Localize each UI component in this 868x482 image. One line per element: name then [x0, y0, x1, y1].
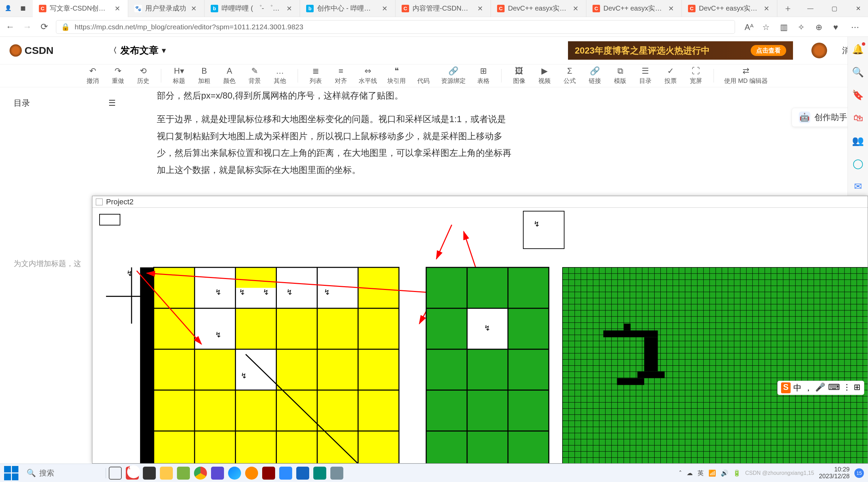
- chrome-icon[interactable]: [194, 467, 207, 480]
- assistant-widget[interactable]: 🤖 创作助手: [792, 108, 854, 127]
- toolbar-button[interactable]: 🔗资源绑定: [441, 67, 466, 85]
- toolbar-button[interactable]: ✓投票: [663, 67, 678, 85]
- menu-icon[interactable]: ⋯: [851, 23, 860, 31]
- app-icon[interactable]: 1: [126, 467, 139, 480]
- profile-icon[interactable]: 👤: [5, 5, 12, 12]
- explorer-icon[interactable]: [160, 467, 173, 480]
- browser-tab[interactable]: C写文章-CSDN创作中✕: [33, 0, 128, 17]
- app-icon[interactable]: [313, 467, 326, 480]
- tag-icon[interactable]: 🔖: [852, 89, 864, 101]
- close-tab-icon[interactable]: ✕: [285, 4, 294, 13]
- app-icon[interactable]: [143, 467, 156, 480]
- browser-tab[interactable]: CDevC++ easyx实现地✕: [682, 0, 777, 17]
- extensions-icon[interactable]: ✧: [798, 23, 807, 31]
- browser-tab[interactable]: 🐾用户登录成功✕: [128, 0, 205, 17]
- toolbar-button[interactable]: ⇄使用 MD 编辑器: [724, 67, 768, 85]
- close-tab-icon[interactable]: ✕: [762, 4, 771, 13]
- user-avatar[interactable]: [811, 43, 827, 58]
- project-titlebar[interactable]: Project2: [92, 196, 868, 208]
- shopping-icon[interactable]: 🛍: [853, 112, 863, 123]
- toolbar-button[interactable]: ⧉模版: [613, 67, 628, 85]
- ime-item[interactable]: ⊞: [854, 382, 860, 393]
- toolbar-button[interactable]: B加粗: [197, 67, 212, 85]
- csdn-logo[interactable]: CSDN: [10, 44, 54, 57]
- browser-tab[interactable]: b创作中心 - 哔哩哔哩✕: [300, 0, 395, 17]
- wifi-icon[interactable]: 📶: [708, 469, 716, 477]
- devcpp-icon[interactable]: [296, 467, 309, 480]
- ime-item[interactable]: S: [781, 382, 791, 393]
- ime-item[interactable]: ⌨: [828, 382, 840, 393]
- new-tab-button[interactable]: ＋: [777, 2, 798, 14]
- start-button[interactable]: [4, 466, 18, 480]
- app-icon[interactable]: ⊕: [815, 23, 824, 31]
- zoom-icon[interactable]: [279, 467, 292, 480]
- ime-item[interactable]: ⋮: [843, 382, 851, 393]
- edge-icon[interactable]: [228, 467, 241, 480]
- close-window-button[interactable]: ✕: [846, 0, 868, 17]
- publish-dropdown[interactable]: 〈 发布文章 ▾: [109, 44, 166, 57]
- office-icon[interactable]: ◯: [853, 158, 863, 169]
- volume-icon[interactable]: 🔊: [721, 469, 728, 477]
- reader-icon[interactable]: Aᴬ: [745, 23, 753, 31]
- app-icon[interactable]: [211, 467, 224, 480]
- bell-icon[interactable]: 🔔: [852, 44, 864, 55]
- close-tab-icon[interactable]: ✕: [571, 4, 580, 13]
- ime-item[interactable]: ，: [804, 382, 812, 393]
- sync-icon[interactable]: ♥: [833, 23, 842, 31]
- notifications-icon[interactable]: 15: [854, 468, 864, 478]
- toolbar-button[interactable]: A颜色: [222, 67, 237, 85]
- collections-icon[interactable]: ▥: [780, 23, 789, 31]
- toolbar-button[interactable]: ❝块引用: [387, 67, 406, 85]
- outlook-icon[interactable]: ✉: [854, 181, 862, 192]
- toolbar-button[interactable]: ↶撤消: [85, 67, 100, 85]
- ime-item[interactable]: 🎤: [815, 382, 825, 393]
- people-icon[interactable]: 👥: [852, 135, 864, 146]
- toolbar-button[interactable]: 代码: [416, 67, 431, 85]
- app-icon[interactable]: [330, 467, 343, 480]
- toolbar-button[interactable]: Σ公式: [562, 67, 577, 85]
- workspaces-icon[interactable]: ▦: [20, 5, 28, 12]
- toolbar-button[interactable]: ☰目录: [638, 67, 653, 85]
- toolbar-button[interactable]: 🖼图像: [512, 67, 527, 85]
- toolbar-button[interactable]: ⊞表格: [476, 67, 491, 85]
- toolbar-button[interactable]: …其他: [272, 67, 287, 85]
- system-tray[interactable]: ˄ ☁ 英 📶 🔊 🔋 CSDN @zhourongxiang1,15 10:2…: [679, 466, 864, 480]
- url-box[interactable]: 🔒 https://mp.csdn.net/mp_blog/creation/e…: [56, 20, 735, 34]
- browser-tab[interactable]: CDevC++ easyx实现图✕: [491, 0, 586, 17]
- onedrive-icon[interactable]: ☁: [687, 469, 693, 477]
- app-icon[interactable]: [245, 467, 258, 480]
- toolbar-button[interactable]: 🔗链接: [587, 67, 602, 85]
- outline-toggle-icon[interactable]: ☰: [108, 98, 116, 108]
- taskview-icon[interactable]: [109, 467, 122, 480]
- close-tab-icon[interactable]: ✕: [476, 4, 484, 13]
- toolbar-button[interactable]: H▾标题: [171, 67, 186, 85]
- ime-bar[interactable]: S中，🎤⌨⋮⊞: [777, 381, 864, 395]
- toolbar-button[interactable]: ▶视频: [537, 67, 552, 85]
- clock[interactable]: 10:29 2023/12/28: [819, 466, 850, 480]
- browser-tab[interactable]: C内容管理-CSDN创作✕: [395, 0, 491, 17]
- ime-item[interactable]: 中: [793, 382, 802, 393]
- search-icon[interactable]: 🔍: [852, 67, 864, 78]
- toolbar-button[interactable]: ✎背景: [247, 67, 262, 85]
- refresh-button[interactable]: ⟳: [39, 21, 50, 32]
- battery-icon[interactable]: 🔋: [733, 469, 740, 477]
- taskbar-search[interactable]: 🔍 搜索: [21, 468, 103, 478]
- close-tab-icon[interactable]: ✕: [667, 4, 675, 13]
- favorite-icon[interactable]: ☆: [762, 23, 771, 31]
- tray-overflow-icon[interactable]: ˄: [679, 469, 682, 477]
- toolbar-button[interactable]: ≣列表: [308, 67, 323, 85]
- toolbar-button[interactable]: ⇔水平线: [359, 67, 377, 85]
- browser-tab[interactable]: b哔哩哔哩 ( ゜- ゜)つロ✕: [205, 0, 300, 17]
- browser-tab[interactable]: CDevC++ easyx实现地✕: [586, 0, 682, 17]
- toolbar-button[interactable]: ⟲历史: [136, 67, 151, 85]
- promo-banner[interactable]: 2023年度博客之星评选火热进行中 点击查看: [568, 41, 793, 60]
- banner-cta-button[interactable]: 点击查看: [751, 45, 786, 56]
- app-icon[interactable]: [262, 467, 275, 480]
- toolbar-button[interactable]: ⛶宽屏: [688, 67, 703, 85]
- close-tab-icon[interactable]: ✕: [113, 4, 122, 13]
- toolbar-button[interactable]: ↷重做: [110, 67, 125, 85]
- language-icon[interactable]: 英: [698, 469, 704, 477]
- maximize-button[interactable]: ▢: [822, 0, 846, 17]
- close-tab-icon[interactable]: ✕: [190, 4, 198, 13]
- app-icon[interactable]: [177, 467, 190, 480]
